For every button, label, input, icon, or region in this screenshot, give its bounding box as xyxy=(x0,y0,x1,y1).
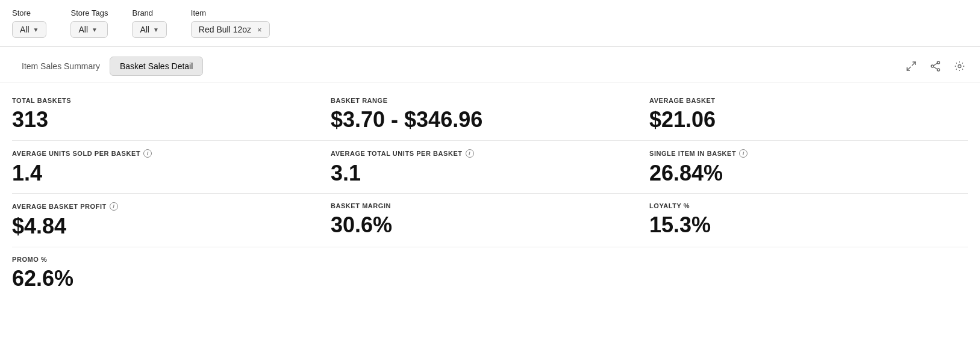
stat-avg-basket-profit: AVERAGE BASKET PROFIT i $4.84 xyxy=(12,194,331,247)
store-filter-button[interactable]: All ▼ xyxy=(12,21,46,38)
item-filter-button[interactable]: Red Bull 12oz × xyxy=(191,21,270,38)
stat-single-item-basket: SINGLE ITEM IN BASKET i 26.84% xyxy=(649,141,968,194)
stat-average-basket-label: AVERAGE BASKET xyxy=(649,97,956,104)
stat-basket-margin-value: 30.6% xyxy=(331,213,637,237)
stat-total-baskets-label: TOTAL BASKETS xyxy=(12,97,319,104)
stat-basket-range-label: BASKET RANGE xyxy=(331,97,637,104)
store-tags-filter-group: Store Tags All ▼ xyxy=(70,8,108,38)
brand-filter-group: Brand All ▼ xyxy=(132,8,166,38)
stat-promo-pct-value: 62.6% xyxy=(12,267,319,291)
stat-total-baskets: TOTAL BASKETS 313 xyxy=(12,88,331,140)
svg-line-1 xyxy=(907,67,911,70)
stat-basket-range: BASKET RANGE $3.70 - $346.96 xyxy=(331,88,649,140)
item-filter-value: Red Bull 12oz xyxy=(199,25,251,34)
store-tags-filter-value: All xyxy=(78,25,88,34)
share-icon[interactable] xyxy=(927,58,944,75)
svg-point-2 xyxy=(937,61,940,64)
item-filter-remove-icon[interactable]: × xyxy=(257,25,262,34)
stat-single-item-basket-value: 26.84% xyxy=(649,161,956,185)
settings-icon[interactable] xyxy=(951,58,968,75)
stat-loyalty-pct-value: 15.3% xyxy=(649,213,956,237)
stat-single-item-basket-label: SINGLE ITEM IN BASKET i xyxy=(649,149,956,158)
stat-promo-pct: PROMO % 62.6% xyxy=(12,247,331,299)
content-area: Item Sales Summary Basket Sales Detail xyxy=(0,47,980,311)
avg-basket-profit-info-icon[interactable]: i xyxy=(110,202,118,211)
stats-row-4: PROMO % 62.6% xyxy=(12,247,968,299)
svg-line-0 xyxy=(912,62,916,66)
tab-item-sales-summary[interactable]: Item Sales Summary xyxy=(12,57,110,75)
stat-basket-range-value: $3.70 - $346.96 xyxy=(331,108,637,132)
single-item-basket-info-icon[interactable]: i xyxy=(739,149,747,158)
stat-avg-total-units-label: AVERAGE TOTAL UNITS PER BASKET i xyxy=(331,149,637,158)
svg-point-7 xyxy=(958,65,961,68)
store-filter-label: Store xyxy=(12,8,46,17)
stat-average-basket: AVERAGE BASKET $21.06 xyxy=(649,88,968,140)
stat-average-basket-value: $21.06 xyxy=(649,108,956,132)
avg-total-units-info-icon[interactable]: i xyxy=(466,149,474,158)
item-filter-group: Item Red Bull 12oz × xyxy=(191,8,270,38)
stat-avg-total-units: AVERAGE TOTAL UNITS PER BASKET i 3.1 xyxy=(331,141,649,194)
store-tags-filter-label: Store Tags xyxy=(70,8,108,17)
tab-basket-sales-detail[interactable]: Basket Sales Detail xyxy=(110,57,203,76)
tabs-container: Item Sales Summary Basket Sales Detail xyxy=(12,57,203,76)
toolbar-icons xyxy=(903,58,968,75)
stat-avg-basket-profit-label: AVERAGE BASKET PROFIT i xyxy=(12,202,319,211)
stats-grid: TOTAL BASKETS 313 BASKET RANGE $3.70 - $… xyxy=(0,82,980,311)
filter-bar: Store All ▼ Store Tags All ▼ Brand All ▼… xyxy=(0,0,980,47)
brand-filter-label: Brand xyxy=(132,8,166,17)
expand-icon[interactable] xyxy=(903,58,920,75)
stats-row-1: TOTAL BASKETS 313 BASKET RANGE $3.70 - $… xyxy=(12,88,968,141)
avg-units-sold-info-icon[interactable]: i xyxy=(143,149,152,158)
brand-chevron-icon: ▼ xyxy=(153,26,159,33)
stat-avg-units-sold-label: AVERAGE UNITS SOLD PER BASKET i xyxy=(12,149,319,158)
brand-filter-value: All xyxy=(140,25,149,34)
stat-avg-total-units-value: 3.1 xyxy=(331,161,637,185)
store-tags-chevron-icon: ▼ xyxy=(92,26,98,33)
tab-row: Item Sales Summary Basket Sales Detail xyxy=(0,47,980,82)
stat-loyalty-pct-label: LOYALTY % xyxy=(649,202,956,209)
store-chevron-icon: ▼ xyxy=(33,26,39,33)
brand-filter-button[interactable]: All ▼ xyxy=(132,21,166,38)
item-filter-label: Item xyxy=(191,8,270,17)
stat-basket-margin-label: BASKET MARGIN xyxy=(331,202,637,209)
svg-point-3 xyxy=(937,69,940,71)
stats-row-3: AVERAGE BASKET PROFIT i $4.84 BASKET MAR… xyxy=(12,194,968,247)
store-tags-filter-button[interactable]: All ▼ xyxy=(70,21,108,38)
stat-avg-units-sold: AVERAGE UNITS SOLD PER BASKET i 1.4 xyxy=(12,141,331,194)
stat-loyalty-pct: LOYALTY % 15.3% xyxy=(649,194,968,247)
stat-basket-margin: BASKET MARGIN 30.6% xyxy=(331,194,649,247)
store-filter-value: All xyxy=(20,25,30,34)
svg-point-4 xyxy=(931,65,934,67)
store-filter-group: Store All ▼ xyxy=(12,8,46,38)
svg-line-5 xyxy=(934,63,937,66)
stats-row-2: AVERAGE UNITS SOLD PER BASKET i 1.4 AVER… xyxy=(12,141,968,194)
stat-avg-units-sold-value: 1.4 xyxy=(12,161,319,185)
stat-avg-basket-profit-value: $4.84 xyxy=(12,214,319,238)
stat-promo-pct-label: PROMO % xyxy=(12,256,319,263)
stat-total-baskets-value: 313 xyxy=(12,108,319,132)
svg-line-6 xyxy=(934,67,937,69)
